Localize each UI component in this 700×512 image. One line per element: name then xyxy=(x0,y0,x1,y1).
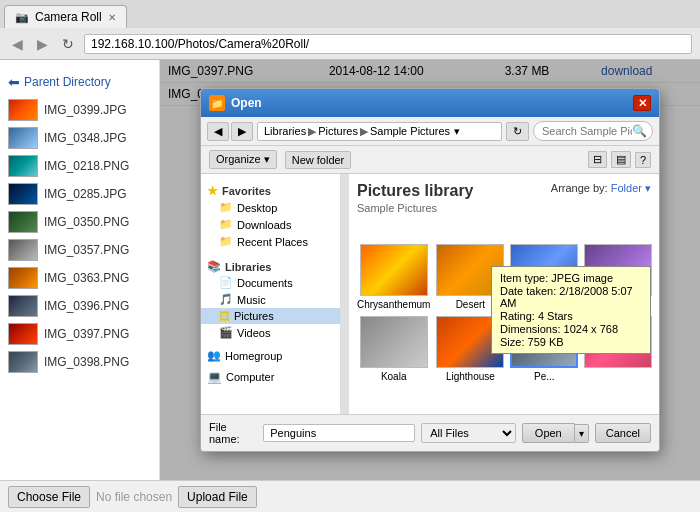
dialog-overlay: 📁 Open ✕ ◀ ▶ Libraries ▶ xyxy=(160,60,700,480)
organize-button[interactable]: Organize ▾ xyxy=(209,150,277,169)
filename-label: File name: xyxy=(209,421,257,445)
parent-directory-link[interactable]: ⬅ Parent Directory xyxy=(0,68,159,96)
parent-arrow-icon: ⬅ xyxy=(8,74,20,90)
bc-sep-2: ▶ xyxy=(360,125,368,138)
dialog-titlebar: 📁 Open ✕ xyxy=(201,89,659,117)
downloads-folder-icon: 📁 xyxy=(219,218,233,231)
sidebar-file-item[interactable]: IMG_0399.JPG xyxy=(0,96,159,124)
dialog-ribbon: Organize ▾ New folder ⊟ ▤ ? xyxy=(201,146,659,174)
sidebar-scrollbar[interactable] xyxy=(341,174,349,414)
sidebar-file-item[interactable]: IMG_0397.PNG xyxy=(0,320,159,348)
tooltip-dimensions: Dimensions: 1024 x 768 xyxy=(500,323,642,335)
view-toggle-button[interactable]: ⊟ xyxy=(588,151,607,168)
desktop-label: Desktop xyxy=(237,202,277,214)
tab-close-button[interactable]: ✕ xyxy=(108,12,116,23)
file-name: IMG_0285.JPG xyxy=(44,187,127,201)
sidebar-file-item[interactable]: IMG_0285.JPG xyxy=(0,180,159,208)
sidebar-file-item[interactable]: IMG_0396.PNG xyxy=(0,292,159,320)
sidebar-item-desktop[interactable]: 📁 Desktop xyxy=(201,199,340,216)
search-icon: 🔍 xyxy=(632,124,647,138)
filetype-select[interactable]: All Files xyxy=(421,423,516,443)
file-name: IMG_0357.PNG xyxy=(44,243,129,257)
dialog-title-area: 📁 Open xyxy=(209,95,262,111)
recent-label: Recent Places xyxy=(237,236,308,248)
dialog-main-panel: Pictures library Sample Pictures Arrange… xyxy=(349,174,659,414)
recent-folder-icon: 📁 xyxy=(219,235,233,248)
open-dialog: 📁 Open ✕ ◀ ▶ Libraries ▶ xyxy=(200,88,660,452)
sidebar-item-computer[interactable]: 💻 Computer xyxy=(201,368,340,386)
file-name: IMG_0398.PNG xyxy=(44,355,129,369)
bc-pictures[interactable]: Pictures xyxy=(318,125,358,137)
dialog-footer: File name: All Files Open ▾ Cancel xyxy=(201,414,659,451)
thumbnail-label: Koala xyxy=(381,371,407,382)
new-folder-button[interactable]: New folder xyxy=(285,151,352,169)
sidebar-item-pictures[interactable]: 🖼 Pictures xyxy=(201,308,340,324)
bc-refresh-button[interactable]: ↻ xyxy=(506,122,529,141)
open-button-group: Open ▾ xyxy=(522,423,589,443)
sidebar-file-item[interactable]: IMG_0363.PNG xyxy=(0,264,159,292)
browser-tab[interactable]: 📷 Camera Roll ✕ xyxy=(4,5,127,28)
sidebar-item-homegroup[interactable]: 👥 Homegroup xyxy=(201,347,340,364)
search-input[interactable] xyxy=(542,125,632,137)
search-box: 🔍 xyxy=(533,121,653,141)
pictures-icon: 🖼 xyxy=(219,310,230,322)
tab-bar: 📷 Camera Roll ✕ xyxy=(0,0,700,28)
sidebar-file-item[interactable]: IMG_0350.PNG xyxy=(0,208,159,236)
thumbnail-image xyxy=(360,316,428,368)
videos-label: Videos xyxy=(237,327,270,339)
thumbnail-label: Lighthouse xyxy=(446,371,495,382)
choose-file-button[interactable]: Choose File xyxy=(8,486,90,508)
file-thumbnail xyxy=(8,351,38,373)
file-sidebar: ⬅ Parent Directory IMG_0399.JPGIMG_0348.… xyxy=(0,60,160,480)
browser-window: 📷 Camera Roll ✕ ◀ ▶ ↻ ⬅ Parent Directory… xyxy=(0,0,700,512)
sidebar-file-item[interactable]: IMG_0348.JPG xyxy=(0,124,159,152)
bc-sample-pictures[interactable]: Sample Pictures xyxy=(370,125,450,137)
sidebar-file-item[interactable]: IMG_0398.PNG xyxy=(0,348,159,376)
nav-back-button[interactable]: ◀ xyxy=(207,122,229,141)
sidebar-file-item[interactable]: IMG_0218.PNG xyxy=(0,152,159,180)
filename-input[interactable] xyxy=(263,424,415,442)
bc-dropdown-icon[interactable]: ▾ xyxy=(454,125,460,138)
file-thumbnail xyxy=(8,323,38,345)
star-icon: ★ xyxy=(207,184,218,198)
thumbnail-item[interactable]: Chrysanthemum xyxy=(357,244,430,310)
view-details-button[interactable]: ▤ xyxy=(611,151,631,168)
file-thumbnail xyxy=(8,267,38,289)
arrange-value[interactable]: Folder ▾ xyxy=(611,182,651,194)
sidebar-item-videos[interactable]: 🎬 Videos xyxy=(201,324,340,341)
back-button[interactable]: ◀ xyxy=(8,34,27,54)
dialog-sidebar: ★ Favorites 📁 Desktop 📁 Downloads xyxy=(201,174,341,414)
open-dropdown-button[interactable]: ▾ xyxy=(575,424,589,443)
thumbnail-item[interactable]: Koala xyxy=(357,316,430,382)
sidebar-item-music[interactable]: 🎵 Music xyxy=(201,291,340,308)
upload-file-button[interactable]: Upload File xyxy=(178,486,257,508)
tooltip-type: Item type: JPEG image xyxy=(500,272,642,284)
computer-label: Computer xyxy=(226,371,274,383)
dialog-title: Open xyxy=(231,96,262,110)
sidebar-item-recent[interactable]: 📁 Recent Places xyxy=(201,233,340,250)
music-label: Music xyxy=(237,294,266,306)
nav-forward-button[interactable]: ▶ xyxy=(231,122,253,141)
tooltip-rating: Rating: 4 Stars xyxy=(500,310,642,322)
file-name: IMG_0363.PNG xyxy=(44,271,129,285)
forward-button[interactable]: ▶ xyxy=(33,34,52,54)
toolbar-nav-area: ◀ ▶ xyxy=(207,122,253,141)
sidebar-item-documents[interactable]: 📄 Documents xyxy=(201,274,340,291)
refresh-button[interactable]: ↻ xyxy=(58,34,78,54)
address-input[interactable] xyxy=(84,34,692,54)
libraries-header: 📚 Libraries xyxy=(201,258,340,274)
file-tooltip: Item type: JPEG image Date taken: 2/18/2… xyxy=(491,266,651,354)
bc-libraries[interactable]: Libraries xyxy=(264,125,306,137)
file-thumbnail xyxy=(8,295,38,317)
thumbnail-label: Desert xyxy=(456,299,485,310)
thumbnail-label: Pe... xyxy=(534,371,555,382)
arrange-label: Arrange by: xyxy=(551,182,608,194)
open-button[interactable]: Open xyxy=(522,423,575,443)
dialog-app-icon: 📁 xyxy=(209,95,225,111)
cancel-button[interactable]: Cancel xyxy=(595,423,651,443)
documents-label: Documents xyxy=(237,277,293,289)
help-button[interactable]: ? xyxy=(635,152,651,168)
sidebar-item-downloads[interactable]: 📁 Downloads xyxy=(201,216,340,233)
dialog-close-button[interactable]: ✕ xyxy=(633,95,651,111)
sidebar-file-item[interactable]: IMG_0357.PNG xyxy=(0,236,159,264)
